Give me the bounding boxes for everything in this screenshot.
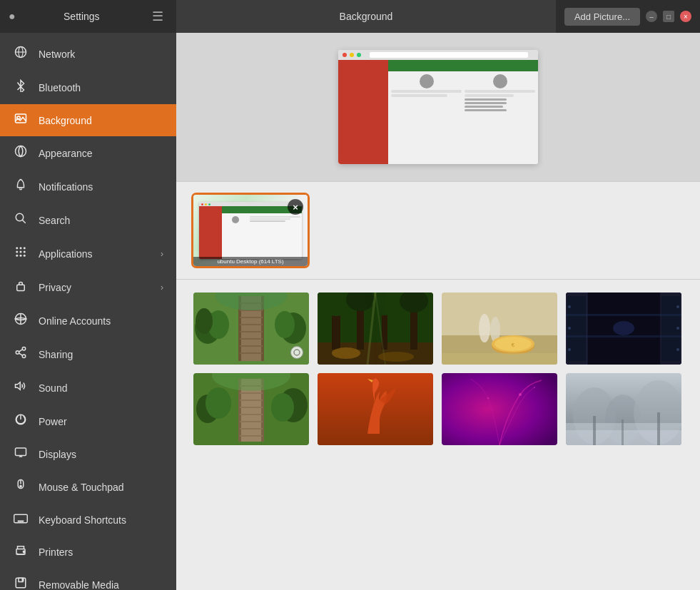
foggy-svg [566, 373, 681, 445]
sidebar-item-notifications[interactable]: Notifications [0, 170, 176, 203]
thumb-preview [566, 373, 681, 445]
wallpaper-thumbnail-forest[interactable] [318, 293, 433, 365]
hamburger-button[interactable]: ☰ [148, 6, 168, 27]
mini-dot [205, 203, 207, 205]
sidebar-item-applications[interactable]: Applications › [0, 237, 176, 270]
mini-browser-content [199, 206, 302, 259]
wallpaper-thumbnail-cafe[interactable]: € [442, 293, 557, 365]
minimize-button[interactable]: – [646, 11, 657, 22]
close-button[interactable]: × [680, 11, 691, 22]
svg-point-95 [613, 321, 634, 335]
svg-line-25 [19, 353, 23, 355]
page-title: Background [340, 11, 393, 22]
mini-col-2 [250, 215, 300, 258]
mock-circle-1 [420, 74, 434, 88]
mock-line [391, 90, 462, 93]
purple-svg [442, 373, 557, 445]
featured-wallpaper-preview [338, 50, 538, 164]
delete-wallpaper-button[interactable]: × [288, 199, 303, 215]
svg-point-101 [676, 348, 679, 351]
sidebar-item-search[interactable]: Search [0, 203, 176, 237]
sidebar-item-bluetooth[interactable]: Bluetooth [0, 71, 176, 104]
sidebar-item-printers[interactable]: Printers [0, 536, 176, 568]
mock-line [465, 90, 535, 93]
mini-line [250, 218, 290, 220]
mock-circle-2 [493, 74, 507, 88]
sidebar-item-privacy[interactable]: Privacy › [0, 270, 176, 304]
bluetooth-icon [13, 79, 29, 96]
sidebar-item-displays[interactable]: Displays [0, 438, 176, 470]
appearance-icon [13, 145, 29, 161]
forest-svg [318, 293, 433, 365]
wallpaper-thumbnail-dark-corridor[interactable] [566, 293, 681, 365]
svg-point-23 [22, 355, 26, 358]
svg-point-21 [22, 347, 26, 351]
sidebar-item-sound[interactable]: Sound [0, 371, 176, 405]
wallpaper-thumbnail-purple[interactable] [442, 373, 557, 445]
svg-point-11 [24, 247, 26, 249]
dot-yellow [350, 53, 354, 57]
svg-point-117 [271, 393, 294, 422]
sidebar-item-label: Notifications [39, 181, 93, 193]
browser-preview [338, 50, 538, 164]
sidebar-item-label: Power [39, 416, 67, 427]
sidebar-item-removable-media[interactable]: Removable Media [0, 568, 176, 590]
thumb-label: ubuntu Desktop (614 LTS) [193, 257, 308, 266]
svg-point-15 [16, 255, 18, 257]
sidebar-item-appearance[interactable]: Appearance [0, 136, 176, 170]
sidebar-item-online-accounts[interactable]: Online Accounts [0, 304, 176, 337]
sidebar-item-label: Background [39, 115, 92, 126]
online-accounts-icon [13, 312, 29, 329]
sidebar-item-sharing[interactable]: Sharing [0, 337, 176, 371]
titlebar-center: Background [176, 0, 556, 33]
wallpaper-thumbnail-foggy[interactable] [566, 373, 681, 445]
wallpaper-thumbnail-bridge1[interactable] [193, 293, 309, 365]
svg-point-99 [676, 305, 679, 308]
bridge2-svg [193, 373, 309, 445]
titlebar-right: Add Picture... – □ × [556, 8, 700, 26]
svg-rect-28 [16, 448, 26, 456]
svg-point-123 [487, 397, 490, 400]
mock-sidebar [338, 60, 388, 164]
svg-point-65 [294, 350, 300, 355]
chevron-icon: › [161, 249, 163, 259]
privacy-icon [13, 279, 29, 295]
mini-line [250, 220, 285, 222]
sidebar-item-label: Appearance [39, 148, 93, 159]
wallpaper-thumbnail-heron[interactable] [318, 373, 433, 445]
sidebar-item-mouse-touchpad[interactable]: Mouse & Touchpad [0, 470, 176, 504]
sidebar-item-keyboard-shortcuts[interactable]: Keyboard Shortcuts [0, 504, 176, 536]
mock-topbar [388, 60, 538, 71]
svg-point-50 [196, 308, 213, 334]
svg-point-33 [20, 485, 21, 487]
thumb-preview [193, 293, 309, 365]
svg-rect-121 [442, 373, 557, 445]
svg-point-122 [519, 393, 522, 396]
main-layout: Network Bluetooth Background Appearance [0, 33, 700, 590]
mini-col-1 [223, 215, 248, 258]
svg-rect-86 [442, 353, 557, 365]
sidebar-item-power[interactable]: Power [0, 405, 176, 438]
add-picture-button[interactable]: Add Picture... [564, 8, 640, 26]
maximize-button[interactable]: □ [663, 11, 674, 22]
wallpaper-thumbnail-screenshot[interactable]: ubuntu Desktop (614 LTS) × [193, 195, 308, 266]
sidebar-item-background[interactable]: Background [0, 104, 176, 136]
dark-corridor-svg [566, 293, 681, 365]
mock-main [388, 60, 538, 164]
svg-rect-133 [657, 412, 660, 445]
svg-point-98 [568, 348, 571, 351]
svg-point-104 [206, 387, 231, 419]
wallpaper-thumbnail-bridge2[interactable] [193, 373, 309, 445]
sidebar-item-label: Online Accounts [39, 315, 111, 327]
sharing-icon [13, 346, 29, 362]
thumb-preview: € [442, 293, 557, 365]
svg-line-8 [22, 220, 26, 223]
sidebar-item-label: Removable Media [39, 579, 119, 591]
sidebar: Network Bluetooth Background Appearance [0, 33, 176, 590]
svg-rect-93 [566, 314, 681, 316]
mouse-icon [13, 479, 29, 495]
sidebar-item-network[interactable]: Network [0, 37, 176, 71]
svg-point-13 [20, 251, 22, 253]
mock-line [465, 102, 507, 104]
thumb-preview [566, 293, 681, 365]
